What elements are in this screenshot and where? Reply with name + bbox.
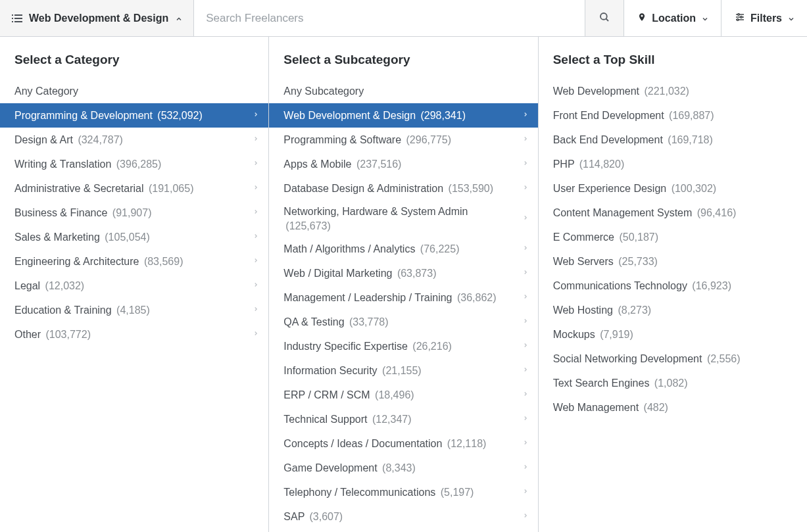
skill-item[interactable]: Web Servers (25,733) — [539, 249, 807, 274]
subcategory-item-count: (18,496) — [375, 389, 414, 400]
chevron-right-icon — [253, 303, 259, 318]
subcategory-item[interactable]: Management / Leadership / Training (36,8… — [269, 285, 537, 310]
subcategory-item-label: Networking, Hardware & System Admin — [283, 206, 468, 217]
skill-item[interactable]: Mockups (7,919) — [539, 322, 807, 347]
skill-item[interactable]: User Experience Design (100,302) — [539, 176, 807, 201]
category-column: Select a Category Any Category Programmi… — [0, 37, 269, 532]
category-item-count: (4,185) — [116, 304, 150, 316]
subcategory-item[interactable]: Web / Digital Marketing (63,873) — [269, 261, 537, 285]
chevron-right-icon — [522, 485, 529, 500]
category-item[interactable]: Programming & Development (532,092) — [0, 103, 268, 128]
skill-item[interactable]: Content Management System (96,416) — [539, 201, 807, 225]
category-item[interactable]: Writing & Translation (396,285) — [0, 152, 268, 176]
subcategory-item-label: Programming & Software — [283, 134, 404, 145]
skill-item[interactable]: Web Development (221,032) — [539, 79, 807, 103]
subcategory-item[interactable]: Technical Support (12,347) — [269, 407, 537, 431]
list-icon — [12, 14, 22, 23]
subcategory-item[interactable]: SAP (3,607) — [269, 504, 537, 529]
skill-item-count: (100,302) — [672, 183, 717, 194]
subcategory-item-count: (153,590) — [449, 183, 494, 194]
chevron-right-icon — [522, 364, 529, 378]
subcategory-item-label: Game Development — [283, 462, 380, 473]
sliders-icon — [735, 12, 745, 25]
subcategory-item[interactable]: Industry Specific Expertise (26,216) — [269, 334, 537, 358]
subcategory-item[interactable]: QA & Testing (33,778) — [269, 310, 537, 334]
category-item[interactable]: Education & Training (4,185) — [0, 298, 268, 322]
svg-point-0 — [600, 13, 607, 20]
subcategory-item-count: (8,343) — [382, 462, 416, 473]
category-item-label: Administrative & Secretarial — [14, 183, 147, 194]
skill-item-count: (169,718) — [668, 134, 713, 145]
skill-item[interactable]: Back End Development (169,718) — [539, 128, 807, 152]
filters-label: Filters — [750, 12, 782, 24]
skill-item[interactable]: PHP (114,820) — [539, 152, 807, 176]
category-any[interactable]: Any Category — [0, 79, 268, 103]
subcategory-item-label: Concepts / Ideas / Documentation — [283, 438, 445, 449]
filters-button[interactable]: Filters — [721, 0, 807, 36]
category-item[interactable]: Other (103,772) — [0, 322, 268, 347]
subcategory-any-label: Any Subcategory — [283, 85, 364, 97]
skill-item-count: (25,733) — [618, 256, 658, 267]
subcategory-item-label: QA & Testing — [283, 316, 347, 327]
skill-item-count: (482) — [644, 402, 668, 413]
skill-item[interactable]: Text Search Engines (1,082) — [539, 371, 807, 395]
subcategory-item-label: Management / Leadership / Training — [283, 292, 455, 303]
subcategory-item[interactable]: Math / Algorithms / Analytics (76,225) — [269, 237, 537, 261]
search-button[interactable] — [585, 0, 624, 36]
category-item[interactable]: Design & Art (324,787) — [0, 128, 268, 152]
chevron-up-icon — [175, 15, 182, 22]
chevron-right-icon — [522, 437, 529, 451]
subcategory-item-count: (76,225) — [420, 243, 460, 254]
subcategory-item[interactable]: Apps & Mobile (237,516) — [269, 152, 537, 176]
category-item-count: (532,092) — [157, 110, 203, 121]
skill-item-count: (50,187) — [619, 231, 658, 243]
chevron-right-icon — [522, 181, 529, 196]
subcategory-item[interactable]: Database Design & Administration (153,59… — [269, 176, 537, 201]
chevron-right-icon — [253, 157, 259, 172]
subcategory-item-count: (296,775) — [406, 134, 452, 145]
subcategory-item[interactable]: Game Development (8,343) — [269, 456, 537, 480]
chevron-right-icon — [253, 254, 259, 269]
subcategory-item-count: (237,516) — [356, 158, 402, 170]
category-dropdown-label: Web Development & Design — [29, 12, 168, 24]
skill-item-count: (7,919) — [600, 329, 633, 340]
skill-item[interactable]: E Commerce (50,187) — [539, 225, 807, 249]
chevron-right-icon — [253, 109, 259, 123]
category-item[interactable]: Administrative & Secretarial (191,065) — [0, 176, 268, 201]
subcategory-item[interactable]: Programming & Software (296,775) — [269, 128, 537, 152]
subcategory-item[interactable]: Web Development & Design (298,341) — [269, 103, 537, 128]
search-icon — [599, 11, 610, 26]
skill-item-label: Web Servers — [553, 256, 617, 267]
subcategory-item-count: (298,341) — [420, 110, 466, 121]
subcategory-item[interactable]: Information Security (21,155) — [269, 358, 537, 383]
category-item[interactable]: Engineering & Architecture (83,569) — [0, 249, 268, 274]
svg-point-7 — [737, 18, 739, 20]
category-item[interactable]: Sales & Marketing (105,054) — [0, 225, 268, 249]
subcategory-item-count: (21,155) — [382, 365, 422, 376]
subcategory-item-label: Industry Specific Expertise — [283, 341, 410, 352]
subcategory-item-count: (125,673) — [285, 220, 331, 231]
skill-item[interactable]: Social Networking Development (2,556) — [539, 347, 807, 371]
skill-item[interactable]: Web Hosting (8,273) — [539, 298, 807, 322]
category-item[interactable]: Legal (12,032) — [0, 274, 268, 298]
category-item-count: (103,772) — [45, 329, 91, 340]
subcategory-item[interactable]: Telephony / Telecommunications (5,197) — [269, 480, 537, 504]
subcategory-any[interactable]: Any Subcategory — [269, 79, 537, 103]
search-input[interactable] — [194, 0, 585, 36]
subcategory-item[interactable]: Networking, Hardware & System Admin (125… — [269, 201, 537, 237]
skill-item[interactable]: Front End Development (169,887) — [539, 103, 807, 128]
map-pin-icon — [637, 11, 647, 26]
skill-item-label: Web Management — [553, 402, 642, 413]
skill-item[interactable]: Web Management (482) — [539, 395, 807, 420]
location-button[interactable]: Location — [624, 0, 721, 36]
category-any-label: Any Category — [14, 85, 78, 97]
chevron-right-icon — [522, 109, 529, 123]
category-item-label: Legal — [14, 280, 43, 291]
chevron-right-icon — [522, 388, 529, 402]
category-dropdown-toggle[interactable]: Web Development & Design — [0, 0, 194, 36]
subcategory-item[interactable]: Concepts / Ideas / Documentation (12,118… — [269, 431, 537, 456]
category-item[interactable]: Business & Finance (91,907) — [0, 201, 268, 225]
skill-item-label: Social Networking Development — [553, 353, 705, 364]
subcategory-item[interactable]: ERP / CRM / SCM (18,496) — [269, 383, 537, 407]
skill-item[interactable]: Communications Technology (16,923) — [539, 274, 807, 298]
